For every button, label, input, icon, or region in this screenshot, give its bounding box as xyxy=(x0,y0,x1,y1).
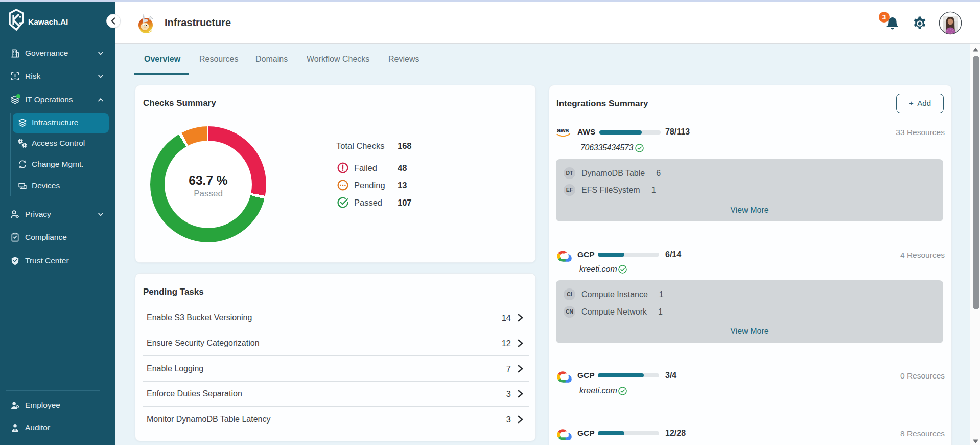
svg-text:aws: aws xyxy=(557,126,569,134)
